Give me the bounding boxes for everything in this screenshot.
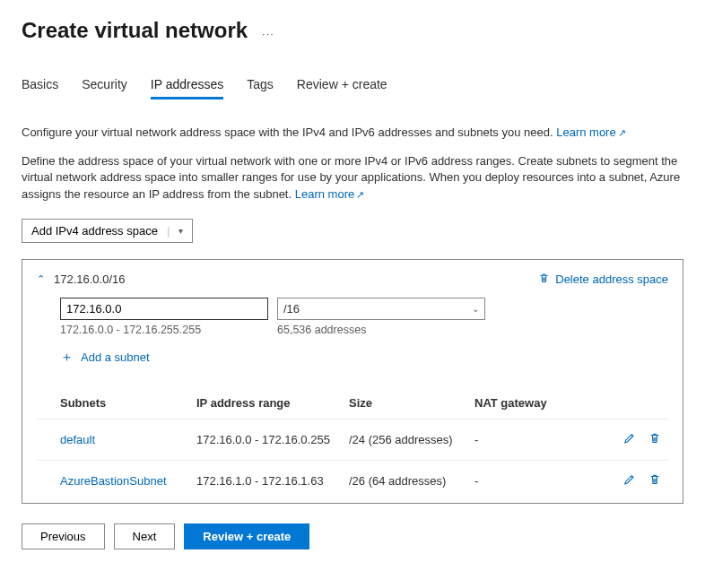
cell-range: 172.16.1.0 - 172.16.1.63	[189, 460, 342, 501]
tab-basics[interactable]: Basics	[22, 77, 58, 99]
tab-review-create[interactable]: Review + create	[297, 77, 387, 99]
chevron-down-icon: ▾	[178, 226, 183, 236]
collapse-toggle[interactable]: ⌃	[37, 273, 45, 285]
trash-icon	[538, 272, 550, 287]
cell-nat: -	[467, 460, 566, 501]
chevron-down-icon: ⌄	[472, 304, 479, 314]
intro-text-1: Configure your virtual network address s…	[22, 125, 683, 141]
ip-range-text: 172.16.0.0 - 172.16.255.255	[60, 324, 268, 336]
external-link-icon: ↗	[356, 188, 364, 202]
subnet-link[interactable]: default	[60, 433, 95, 446]
tab-bar: Basics Security IP addresses Tags Review…	[22, 77, 683, 99]
tab-tags[interactable]: Tags	[247, 77, 274, 99]
delete-subnet-button[interactable]	[648, 473, 661, 489]
add-ipv4-space-button[interactable]: Add IPv4 address space | ▾	[22, 219, 193, 243]
tab-ip-addresses[interactable]: IP addresses	[151, 77, 223, 99]
address-count-text: 65,536 addresses	[277, 324, 366, 336]
page-title: Create virtual network	[22, 18, 248, 43]
col-size: Size	[342, 387, 467, 419]
more-actions-button[interactable]: ···	[262, 22, 274, 40]
next-button[interactable]: Next	[114, 523, 176, 549]
address-space-label: 172.16.0.0/16	[54, 272, 126, 286]
table-row: default 172.16.0.0 - 172.16.0.255 /24 (2…	[37, 419, 668, 460]
col-nat-gateway: NAT gateway	[467, 387, 566, 419]
tab-security[interactable]: Security	[82, 77, 127, 99]
delete-address-space-button[interactable]: Delete address space	[538, 272, 668, 287]
cidr-select[interactable]: /16 ⌄	[277, 298, 485, 320]
edit-subnet-button[interactable]	[623, 432, 636, 447]
divider: |	[167, 224, 170, 238]
add-subnet-button[interactable]: ＋ Add a subnet	[60, 349, 668, 366]
subnet-link[interactable]: AzureBastionSubnet	[60, 474, 167, 488]
previous-button[interactable]: Previous	[22, 523, 105, 549]
col-ip-range: IP address range	[189, 387, 342, 419]
learn-more-link-1[interactable]: Learn more↗	[556, 125, 625, 139]
cell-nat: -	[467, 419, 566, 460]
review-create-button[interactable]: Review + create	[184, 523, 309, 549]
learn-more-link-2[interactable]: Learn more↗	[295, 187, 364, 201]
external-link-icon: ↗	[618, 126, 626, 140]
cell-range: 172.16.0.0 - 172.16.0.255	[189, 419, 342, 460]
ip-address-input[interactable]	[60, 298, 268, 320]
delete-subnet-button[interactable]	[648, 432, 661, 447]
col-subnets: Subnets	[37, 387, 189, 419]
edit-subnet-button[interactable]	[623, 473, 636, 489]
cell-size: /26 (64 addresses)	[342, 460, 467, 501]
table-row: AzureBastionSubnet 172.16.1.0 - 172.16.1…	[37, 460, 668, 501]
cell-size: /24 (256 addresses)	[342, 419, 467, 460]
plus-icon: ＋	[60, 349, 74, 366]
subnets-table: Subnets IP address range Size NAT gatewa…	[37, 387, 668, 501]
intro-text-2: Define the address space of your virtual…	[22, 153, 683, 203]
address-space-panel: ⌃ 172.16.0.0/16 Delete address space /16…	[22, 259, 683, 504]
